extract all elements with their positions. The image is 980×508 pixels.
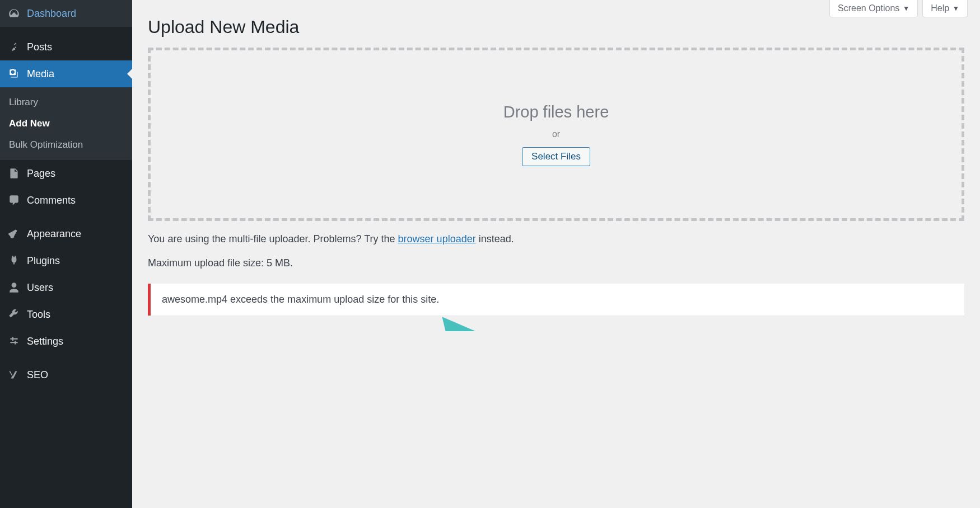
help-tab[interactable]: Help ▼ bbox=[922, 0, 968, 17]
submenu-item-add-new[interactable]: Add New bbox=[0, 113, 132, 134]
pages-icon bbox=[7, 166, 21, 181]
max-upload-size: Maximum upload file size: 5 MB. bbox=[148, 257, 964, 269]
sidebar-item-posts[interactable]: Posts bbox=[0, 34, 132, 60]
pin-icon bbox=[7, 40, 21, 54]
uploader-info-text2: instead. bbox=[476, 233, 514, 244]
browser-uploader-link[interactable]: browser uploader bbox=[398, 233, 476, 244]
plug-icon bbox=[7, 253, 21, 268]
sidebar-item-label: Pages bbox=[27, 168, 55, 180]
admin-sidebar: Dashboard Posts Media Library Add New Bu… bbox=[0, 0, 132, 331]
error-text: awesome.mp4 exceeds the maximum upload s… bbox=[162, 294, 439, 305]
top-tabs: Screen Options ▼ Help ▼ bbox=[829, 0, 968, 17]
chevron-down-icon: ▼ bbox=[903, 4, 909, 12]
sidebar-item-users[interactable]: Users bbox=[0, 274, 132, 301]
svg-line-0 bbox=[449, 324, 507, 331]
sidebar-item-media[interactable]: Media bbox=[0, 60, 132, 87]
chevron-down-icon: ▼ bbox=[953, 4, 959, 12]
sidebar-item-settings[interactable]: Settings bbox=[0, 328, 132, 331]
main-content: Screen Options ▼ Help ▼ Upload New Media… bbox=[132, 0, 980, 331]
sidebar-item-appearance[interactable]: Appearance bbox=[0, 220, 132, 247]
select-files-button[interactable]: Select Files bbox=[522, 147, 590, 166]
media-icon bbox=[7, 67, 21, 81]
wrench-icon bbox=[7, 307, 21, 322]
sidebar-item-plugins[interactable]: Plugins bbox=[0, 247, 132, 274]
upload-error: awesome.mp4 exceeds the maximum upload s… bbox=[148, 284, 964, 316]
upload-dropzone[interactable]: Drop files here or Select Files bbox=[148, 48, 964, 221]
sidebar-item-label: Comments bbox=[27, 195, 76, 206]
menu-separator bbox=[0, 214, 132, 220]
sidebar-item-tools[interactable]: Tools bbox=[0, 301, 132, 328]
sidebar-item-label: Plugins bbox=[27, 255, 60, 267]
sidebar-item-label: Media bbox=[27, 68, 54, 80]
sidebar-item-label: Users bbox=[27, 282, 53, 294]
media-submenu: Library Add New Bulk Optimization bbox=[0, 87, 132, 160]
screen-options-tab[interactable]: Screen Options ▼ bbox=[829, 0, 918, 17]
sidebar-item-pages[interactable]: Pages bbox=[0, 160, 132, 187]
drop-heading: Drop files here bbox=[503, 103, 609, 121]
submenu-item-bulk-optimization[interactable]: Bulk Optimization bbox=[0, 134, 132, 156]
user-icon bbox=[7, 280, 21, 295]
sidebar-item-comments[interactable]: Comments bbox=[0, 187, 132, 214]
menu-separator bbox=[0, 27, 132, 34]
uploader-info: You are using the multi-file uploader. P… bbox=[148, 233, 964, 245]
submenu-item-library[interactable]: Library bbox=[0, 92, 132, 113]
dashboard-icon bbox=[7, 6, 21, 21]
brush-icon bbox=[7, 227, 21, 241]
sidebar-item-dashboard[interactable]: Dashboard bbox=[0, 0, 132, 27]
sidebar-item-label: Posts bbox=[27, 41, 52, 53]
comments-icon bbox=[7, 193, 21, 208]
screen-options-label: Screen Options bbox=[838, 3, 899, 13]
sidebar-item-label: Appearance bbox=[27, 228, 81, 240]
drop-or: or bbox=[552, 129, 560, 139]
help-label: Help bbox=[931, 3, 949, 13]
uploader-info-text1: You are using the multi-file uploader. P… bbox=[148, 233, 398, 244]
sidebar-item-label: Dashboard bbox=[27, 8, 76, 20]
sidebar-item-label: Tools bbox=[27, 309, 50, 321]
